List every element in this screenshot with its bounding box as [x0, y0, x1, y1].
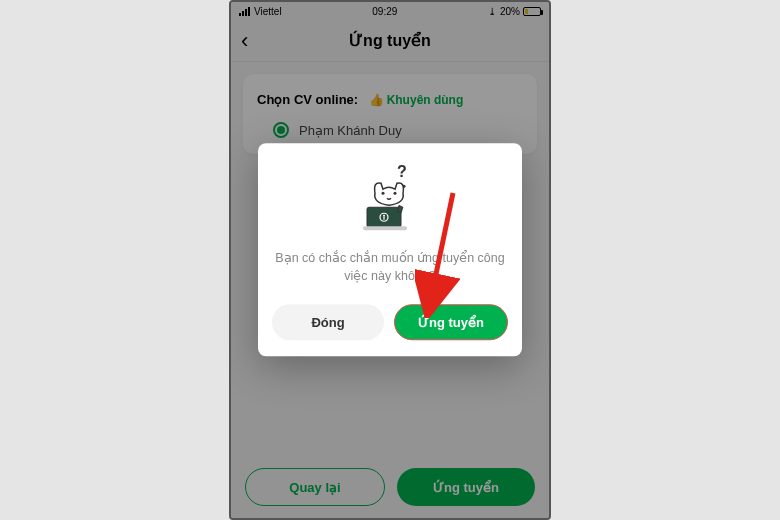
- status-left: Viettel: [239, 6, 282, 17]
- modal-apply-label: Ứng tuyển: [418, 315, 484, 330]
- orientation-lock-icon: ⤓: [488, 6, 496, 17]
- modal-actions: Đóng Ứng tuyển: [272, 304, 508, 340]
- svg-point-7: [383, 214, 385, 216]
- svg-rect-9: [363, 226, 407, 230]
- cv-header-row: Chọn CV online: 👍 Khuyên dùng: [257, 90, 523, 108]
- svg-text:?: ?: [397, 163, 407, 180]
- radio-selected-icon[interactable]: [273, 122, 289, 138]
- cv-name: Phạm Khánh Duy: [299, 123, 402, 138]
- status-right: ⤓ 20%: [488, 6, 541, 17]
- recommend-text: Khuyên dùng: [387, 93, 464, 107]
- recommend-badge: 👍 Khuyên dùng: [369, 93, 464, 107]
- bottom-action-bar: Quay lại Ứng tuyển: [231, 468, 549, 506]
- battery-icon: 20%: [500, 6, 541, 17]
- back-icon[interactable]: ‹: [241, 28, 248, 54]
- modal-apply-button[interactable]: Ứng tuyển: [394, 304, 508, 340]
- cv-option-row[interactable]: Phạm Khánh Duy: [257, 122, 523, 138]
- phone-frame: Viettel 09:29 ⤓ 20% ‹ Ứng tuyển Chọn CV …: [229, 0, 551, 520]
- modal-illustration: ?: [272, 163, 508, 233]
- carrier-label: Viettel: [254, 6, 282, 17]
- modal-close-label: Đóng: [311, 315, 344, 330]
- cat-question-icon: ?: [345, 163, 435, 233]
- confirm-modal: ? Bạn có chắc chắn muốn ứng tuyển công v…: [258, 143, 522, 357]
- svg-rect-8: [383, 216, 384, 219]
- page-title: Ứng tuyển: [349, 31, 431, 50]
- apply-button[interactable]: Ứng tuyển: [397, 468, 535, 506]
- battery-percent: 20%: [500, 6, 520, 17]
- cv-label: Chọn CV online:: [257, 92, 358, 107]
- svg-point-3: [382, 191, 385, 194]
- page-header: ‹ Ứng tuyển: [231, 20, 549, 62]
- back-button-label: Quay lại: [289, 480, 340, 495]
- status-bar: Viettel 09:29 ⤓ 20%: [231, 2, 549, 20]
- svg-point-4: [394, 191, 397, 194]
- thumbs-up-icon: 👍: [369, 93, 384, 107]
- status-time: 09:29: [372, 6, 397, 17]
- apply-button-label: Ứng tuyển: [433, 480, 499, 495]
- modal-close-button[interactable]: Đóng: [272, 304, 384, 340]
- back-button[interactable]: Quay lại: [245, 468, 385, 506]
- signal-icon: [239, 7, 250, 16]
- modal-message: Bạn có chắc chắn muốn ứng tuyển công việ…: [272, 249, 508, 287]
